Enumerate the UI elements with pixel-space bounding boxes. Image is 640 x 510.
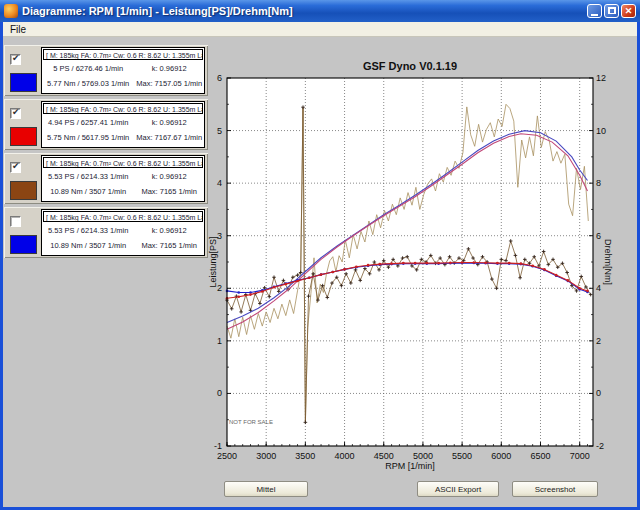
mittel-button[interactable]: Mittel — [224, 481, 308, 497]
svg-text:6500: 6500 — [530, 451, 550, 461]
run1-power-peak: 5 PS / 6276.46 1/min — [42, 61, 134, 76]
svg-text:6000: 6000 — [491, 451, 511, 461]
run3-params: [ M: 185kg FA: 0.7m² Cw: 0.6 R: 8.62 U: … — [43, 157, 203, 168]
run3-visibility-checkbox[interactable] — [10, 162, 21, 173]
app-icon — [4, 4, 18, 18]
run4-params: [ M: 185kg FA: 0.7m² Cw: 0.6 R: 8.62 U: … — [43, 211, 203, 222]
screenshot-button[interactable]: Screenshot — [512, 481, 598, 497]
menubar: File — [3, 22, 637, 37]
run4-visibility-checkbox[interactable] — [10, 216, 21, 227]
run1-color-swatch[interactable] — [10, 73, 37, 92]
svg-text:3: 3 — [217, 231, 222, 241]
run2-k-value: k: 0.96912 — [134, 115, 204, 130]
svg-text:0: 0 — [596, 388, 601, 398]
run1-params: [ M: 185kg FA: 0.7m² Cw: 0.6 R: 8.62 U: … — [43, 49, 203, 60]
run2-max-rpm: Max: 7167.67 1/min — [134, 130, 204, 145]
run2-torque-peak: 5.75 Nm / 5617.95 1/min — [42, 130, 134, 145]
svg-text:5500: 5500 — [452, 451, 472, 461]
svg-text:2500: 2500 — [217, 451, 237, 461]
svg-text:NOT FOR SALE: NOT FOR SALE — [229, 419, 273, 425]
run4-power-peak: 5.53 PS / 6214.33 1/min — [42, 223, 134, 238]
run3-info: [ M: 185kg FA: 0.7m² Cw: 0.6 R: 8.62 U: … — [41, 155, 205, 202]
run3-color-swatch[interactable] — [10, 181, 37, 200]
run2-info: [ M: 185kg FA: 0.7m² Cw: 0.6 R: 8.62 U: … — [41, 101, 205, 148]
run3-power-peak: 5.53 PS / 6214.33 1/min — [42, 169, 134, 184]
maximize-icon — [608, 7, 616, 14]
svg-text:4000: 4000 — [335, 451, 355, 461]
run4-info: [ M: 185kg FA: 0.7m² Cw: 0.6 R: 8.62 U: … — [41, 209, 205, 256]
run2-params: [ M: 185kg FA: 0.7m² Cw: 0.6 R: 8.62 U: … — [43, 103, 203, 114]
minimize-icon — [591, 14, 598, 16]
svg-text:RPM [1/min]: RPM [1/min] — [385, 461, 435, 471]
run3-k-value: k: 0.96912 — [134, 169, 204, 184]
svg-text:Leistung[PS]: Leistung[PS] — [208, 236, 218, 287]
run-panel-3: [ M: 185kg FA: 0.7m² Cw: 0.6 R: 8.62 U: … — [4, 153, 208, 204]
run1-visibility-checkbox[interactable] — [10, 54, 21, 65]
svg-text:5000: 5000 — [413, 451, 433, 461]
run-panel-4: [ M: 185kg FA: 0.7m² Cw: 0.6 R: 8.62 U: … — [4, 207, 208, 258]
svg-text:6: 6 — [596, 231, 601, 241]
run3-torque-peak: 10.89 Nm / 3507 1/min — [42, 184, 134, 199]
run4-k-value: k: 0.96912 — [134, 223, 204, 238]
close-button[interactable]: ✕ — [621, 4, 636, 18]
svg-text:GSF Dyno V0.1.19: GSF Dyno V0.1.19 — [363, 60, 457, 72]
run4-max-rpm: Max: 7165 1/min — [134, 238, 204, 253]
svg-text:Drehm[Nm]: Drehm[Nm] — [603, 239, 613, 285]
run4-color-swatch[interactable] — [10, 235, 37, 254]
run2-power-peak: 4.94 PS / 6257.41 1/min — [42, 115, 134, 130]
run4-torque-peak: 10.89 Nm / 3507 1/min — [42, 238, 134, 253]
menu-file[interactable]: File — [10, 24, 26, 35]
minimize-button[interactable] — [587, 4, 602, 18]
svg-text:12: 12 — [596, 73, 606, 83]
titlebar[interactable]: Diagramme: RPM [1/min] - Leistung[PS]/Dr… — [0, 0, 640, 22]
svg-text:1: 1 — [217, 336, 222, 346]
ascii-export-button[interactable]: ASCII Export — [417, 481, 499, 497]
svg-text:3500: 3500 — [295, 451, 315, 461]
run1-max-rpm: Max: 7157.05 1/min — [134, 76, 204, 91]
run-panel-1: [ M: 185kg FA: 0.7m² Cw: 0.6 R: 8.62 U: … — [4, 45, 208, 96]
app-window: Diagramme: RPM [1/min] - Leistung[PS]/Dr… — [0, 0, 640, 510]
figure-area: 2500300035004000450050005500600065007000… — [3, 37, 637, 507]
run3-max-rpm: Max: 7165 1/min — [134, 184, 204, 199]
svg-text:5: 5 — [217, 126, 222, 136]
svg-text:4: 4 — [217, 178, 222, 188]
svg-text:4500: 4500 — [374, 451, 394, 461]
run1-info: [ M: 185kg FA: 0.7m² Cw: 0.6 R: 8.62 U: … — [41, 47, 205, 94]
svg-text:0: 0 — [217, 388, 222, 398]
run-panel-2: [ M: 185kg FA: 0.7m² Cw: 0.6 R: 8.62 U: … — [4, 99, 208, 150]
run1-k-value: k: 0.96912 — [134, 61, 204, 76]
svg-text:2: 2 — [217, 283, 222, 293]
svg-text:8: 8 — [596, 178, 601, 188]
maximize-button[interactable] — [604, 4, 619, 18]
svg-text:2: 2 — [596, 336, 601, 346]
run2-color-swatch[interactable] — [10, 127, 37, 146]
svg-text:-2: -2 — [596, 441, 604, 451]
svg-text:3000: 3000 — [256, 451, 276, 461]
run1-torque-peak: 5.77 Nm / 5769.03 1/min — [42, 76, 134, 91]
svg-text:6: 6 — [217, 73, 222, 83]
svg-text:10: 10 — [596, 126, 606, 136]
run2-visibility-checkbox[interactable] — [10, 108, 21, 119]
window-title: Diagramme: RPM [1/min] - Leistung[PS]/Dr… — [22, 5, 587, 17]
svg-text:-1: -1 — [214, 441, 222, 451]
svg-text:4: 4 — [596, 283, 601, 293]
svg-text:7000: 7000 — [570, 451, 590, 461]
